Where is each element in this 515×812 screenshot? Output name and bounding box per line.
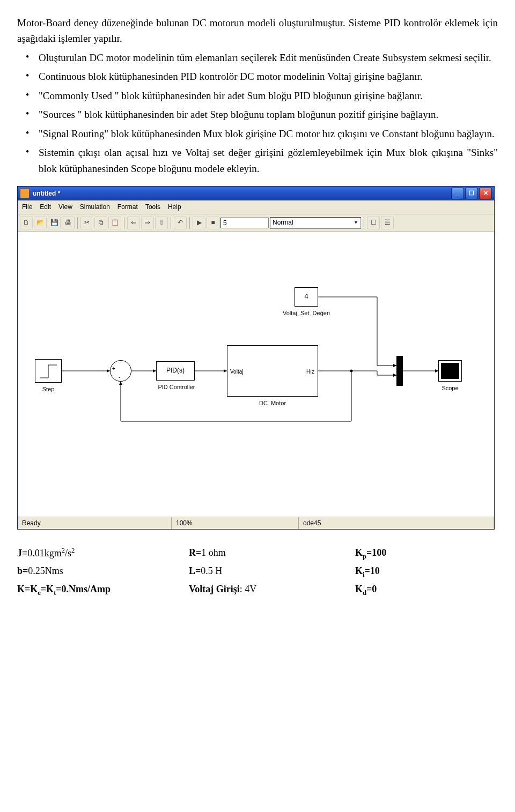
- scope-label: Scope: [434, 384, 466, 393]
- menu-help[interactable]: Help: [168, 202, 181, 212]
- constant-block[interactable]: 4: [295, 287, 318, 307]
- status-ready: Ready: [18, 517, 172, 529]
- back-icon[interactable]: ⇐: [127, 217, 140, 229]
- minimize-button[interactable]: _: [451, 188, 464, 199]
- menu-edit[interactable]: Edit: [40, 202, 51, 212]
- cut-icon[interactable]: ✂: [80, 217, 93, 229]
- intro-paragraph: Motor-Board deney düzeneğinde bulunan DC…: [17, 15, 498, 47]
- scope-block[interactable]: [438, 360, 462, 382]
- stop-time-input[interactable]: [220, 218, 269, 228]
- list-item: Continuous blok kütüphanesinden PID kont…: [17, 69, 498, 84]
- new-icon[interactable]: 🗋: [20, 217, 33, 229]
- param-Ki: Ki=10: [355, 564, 441, 580]
- list-item: Oluşturulan DC motor modelinin tüm elema…: [17, 50, 498, 65]
- param-b: b=0.25Nms: [17, 564, 141, 580]
- forward-icon[interactable]: ⇒: [141, 217, 154, 229]
- menu-tools[interactable]: Tools: [145, 202, 160, 212]
- stop-icon[interactable]: ■: [207, 217, 219, 229]
- save-icon[interactable]: 💾: [48, 217, 61, 229]
- dc-motor-label: DC_Motor: [227, 399, 318, 408]
- window-title: untitled *: [33, 189, 451, 199]
- status-solver: ode45: [299, 517, 494, 529]
- simulation-mode-dropdown[interactable]: Normal ▼: [270, 217, 361, 229]
- menu-simulation[interactable]: Simulation: [80, 202, 110, 212]
- dc-motor-in-port: Voltaj: [230, 368, 243, 376]
- close-button[interactable]: ✕: [479, 188, 492, 199]
- param-Kd: Kd=0: [355, 582, 441, 598]
- simulink-window: untitled * _ ☐ ✕ File Edit View Simulati…: [17, 186, 495, 530]
- param-Vin: Voltaj Girişi: 4V: [189, 582, 307, 598]
- titlebar: untitled * _ ☐ ✕: [18, 187, 494, 200]
- list-item: "Commonly Used " blok kütüphanesinden bi…: [17, 88, 498, 103]
- sum-plus-label: +: [112, 364, 115, 373]
- menu-format[interactable]: Format: [117, 202, 138, 212]
- undo-icon[interactable]: ↶: [174, 217, 187, 229]
- maximize-button[interactable]: ☐: [465, 188, 478, 199]
- dc-motor-out-port: Hız: [306, 368, 314, 376]
- param-J: J=0.01kgm2/s2: [17, 546, 141, 562]
- statusbar: Ready 100% ode45: [18, 517, 494, 529]
- instruction-list: Oluşturulan DC motor modelinin tüm elema…: [17, 50, 498, 176]
- simulation-mode-value: Normal: [273, 218, 293, 228]
- list-item: "Sources " blok kütüphanesinden bir adet…: [17, 107, 498, 122]
- open-icon[interactable]: 📂: [34, 217, 47, 229]
- list-item: "Signal Routing" blok kütüphanesinden Mu…: [17, 126, 498, 141]
- menu-view[interactable]: View: [58, 202, 72, 212]
- step-label: Step: [35, 385, 62, 394]
- paste-icon[interactable]: 📋: [108, 217, 121, 229]
- print-icon[interactable]: 🖶: [62, 217, 75, 229]
- param-Kp: Kp=100: [355, 546, 441, 562]
- menubar: File Edit View Simulation Format Tools H…: [18, 200, 494, 214]
- constant-label: Voltaj_Set_Değeri: [274, 309, 339, 318]
- up-icon[interactable]: ⇧: [155, 217, 168, 229]
- step-block[interactable]: [35, 359, 62, 383]
- parameters-grid: J=0.01kgm2/s2 R=1 ohm Kp=100 b=0.25Nms L…: [17, 546, 498, 598]
- chevron-down-icon: ▼: [354, 219, 358, 227]
- settings-icon[interactable]: ☐: [367, 217, 380, 229]
- list-item: Sistemin çıkışı olan açısal hızı ve Volt…: [17, 145, 498, 176]
- app-icon: [20, 189, 30, 198]
- copy-icon[interactable]: ⧉: [94, 217, 107, 229]
- run-icon[interactable]: ▶: [193, 217, 205, 229]
- param-L: L=0.5 H: [189, 564, 307, 580]
- menu-file[interactable]: File: [22, 202, 32, 212]
- model-canvas[interactable]: Step + - PID(s) PID Controller Voltaj Hı…: [18, 232, 494, 517]
- sum-minus-label: -: [119, 373, 120, 382]
- param-R: R=1 ohm: [189, 546, 307, 562]
- pid-block[interactable]: PID(s): [156, 361, 195, 381]
- mux-block[interactable]: [396, 356, 403, 386]
- toolbar: 🗋 📂 💾 🖶 ✂ ⧉ 📋 ⇐ ⇒ ⇧ ↶ ▶ ■ Normal ▼ ☐ ☰: [18, 214, 494, 232]
- param-K: K=Ke=Kt=0.Nms/Amp: [17, 582, 141, 598]
- find-icon[interactable]: ☰: [381, 217, 394, 229]
- status-zoom: 100%: [172, 517, 299, 529]
- pid-label: PID Controller: [150, 383, 203, 392]
